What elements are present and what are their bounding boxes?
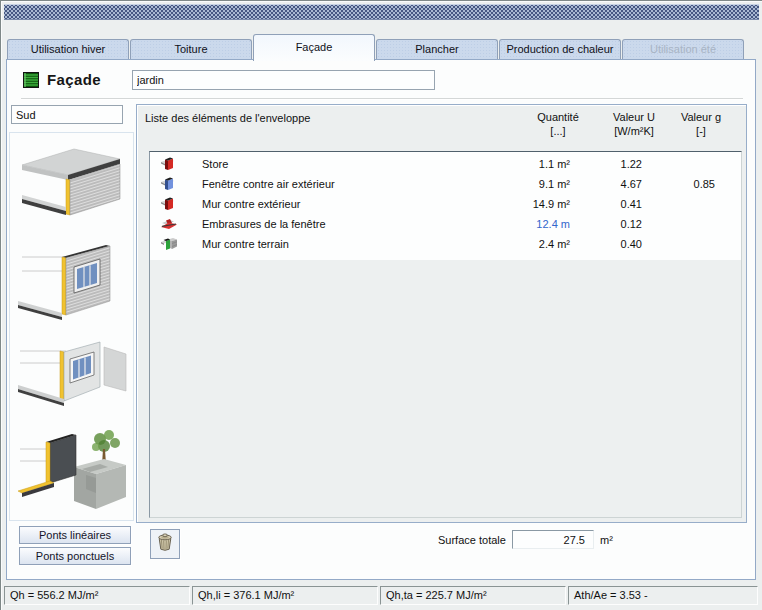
- status-qh-li: Qh,li = 376.1 MJ/m²: [192, 586, 378, 605]
- facade-name-input[interactable]: [132, 70, 435, 90]
- element-label: Mur contre terrain: [202, 238, 289, 250]
- tab-plancher[interactable]: Plancher: [376, 39, 498, 59]
- status-qh: Qh = 556.2 MJ/m²: [4, 586, 190, 605]
- list-item-store[interactable]: Store 1.1 m² 1.22: [150, 155, 741, 175]
- wall-element-blue-icon: [160, 176, 178, 193]
- facade-window-illustration[interactable]: [16, 241, 128, 325]
- element-quantity: 2.4 m²: [470, 238, 570, 250]
- element-g-value: 0.85: [665, 178, 715, 190]
- page-title: Façade: [47, 71, 101, 88]
- status-qh-ta: Qh,ta = 225.7 MJ/m²: [380, 586, 566, 605]
- status-ath-ae: Ath/Ae = 3.53 -: [568, 586, 758, 605]
- list-item-mur-terrain[interactable]: Mur contre terrain 2.4 m² 0.40: [150, 235, 741, 255]
- tab-toiture[interactable]: Toiture: [130, 39, 252, 59]
- element-quantity: 12.4 m: [470, 218, 570, 230]
- titlebar-drag-strip[interactable]: [4, 4, 759, 20]
- column-unit-quantity: [...]: [518, 125, 598, 137]
- window-reveal-icon: [160, 216, 178, 233]
- header-separator: [21, 98, 743, 100]
- element-u-value: 4.67: [590, 178, 642, 190]
- element-label: Fenêtre contre air extérieur: [202, 178, 335, 190]
- wall-element-red-icon: [160, 156, 178, 173]
- element-quantity: 14.9 m²: [470, 198, 570, 210]
- delete-element-button[interactable]: [150, 529, 180, 559]
- element-quantity: 1.1 m²: [470, 158, 570, 170]
- element-u-value: 0.12: [590, 218, 642, 230]
- tab-production-de-chaleur[interactable]: Production de chaleur: [499, 39, 621, 59]
- surface-total-unit: m²: [600, 534, 613, 546]
- list-item-mur-exterieur[interactable]: Mur contre extérieur 14.9 m² 0.41: [150, 195, 741, 215]
- element-u-value: 0.41: [590, 198, 642, 210]
- orientation-input[interactable]: [11, 105, 123, 124]
- column-unit-g-value: [-]: [661, 125, 741, 137]
- list-item-embrasures[interactable]: Embrasures de la fenêtre 12.4 m 0.12: [150, 215, 741, 235]
- envelope-elements-list[interactable]: Store 1.1 m² 1.22 Fenêtre contre air ext…: [149, 151, 742, 518]
- element-type-sidebar: [9, 132, 134, 521]
- facade-wall-illustration[interactable]: [16, 143, 128, 225]
- element-u-value: 1.22: [590, 158, 642, 170]
- ponts-ponctuels-button[interactable]: Ponts ponctuels: [19, 547, 131, 565]
- surface-total-label: Surface totale: [438, 534, 506, 546]
- element-u-value: 0.40: [590, 238, 642, 250]
- surface-total-value: [512, 530, 594, 549]
- element-label: Embrasures de la fenêtre: [202, 218, 326, 230]
- ponts-lineaires-button[interactable]: Ponts linéaires: [19, 526, 131, 544]
- element-label: Mur contre extérieur: [202, 198, 300, 210]
- column-header-quantity: Quantité: [518, 111, 598, 123]
- element-label: Store: [202, 158, 228, 170]
- wall-against-ground-illustration[interactable]: [16, 423, 128, 525]
- window-interior-illustration[interactable]: [16, 339, 128, 415]
- element-quantity: 9.1 m²: [470, 178, 570, 190]
- tab-facade[interactable]: Façade: [253, 34, 375, 61]
- tab-utilisation-hiver[interactable]: Utilisation hiver: [7, 39, 129, 59]
- wall-element-red-icon: [160, 196, 178, 213]
- facade-icon: [23, 71, 40, 93]
- tab-utilisation-ete: Utilisation été: [622, 39, 744, 59]
- wall-ground-element-icon: [160, 236, 178, 253]
- list-item-fenetre[interactable]: Fenêtre contre air extérieur 9.1 m² 4.67…: [150, 175, 741, 195]
- trash-icon: [155, 532, 175, 556]
- column-header-g-value: Valeur g: [661, 111, 741, 123]
- application-window: Utilisation hiver Toiture Façade Planche…: [0, 0, 762, 610]
- envelope-list-title: Liste des éléments de l'enveloppe: [145, 112, 310, 124]
